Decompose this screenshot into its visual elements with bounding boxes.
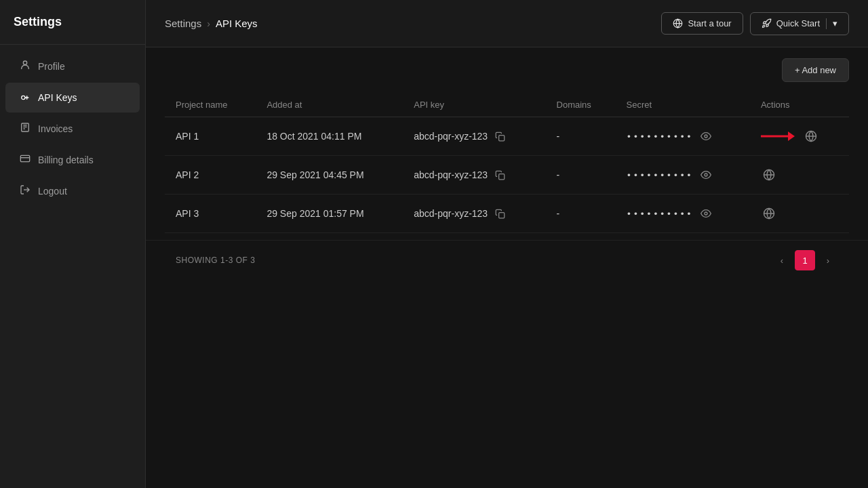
sidebar-item-label-billing: Billing details (38, 155, 94, 165)
globe-small-icon (673, 18, 683, 28)
svg-point-1 (22, 96, 25, 99)
profile-icon (19, 60, 31, 73)
svg-point-11 (705, 135, 707, 138)
add-new-button[interactable]: + Add new (782, 58, 849, 82)
main-area: Settings › API Keys Start a tour Quick S… (146, 0, 868, 488)
content-area: + Add new Project name Added at API key … (146, 47, 868, 488)
table-body: API 1 18 Oct 2021 04:11 PM abcd-pqr-xyz-… (165, 117, 849, 233)
table-row: API 1 18 Oct 2021 04:11 PM abcd-pqr-xyz-… (165, 117, 849, 156)
pagination-row: SHOWING 1-3 OF 3 ‹ 1 › (146, 240, 868, 280)
globe-action-button[interactable] (761, 167, 777, 183)
copy-api-key-button[interactable] (493, 168, 507, 182)
reveal-secret-button[interactable] (698, 129, 713, 144)
red-arrow (761, 129, 795, 143)
api-keys-icon (19, 91, 31, 104)
top-header: Settings › API Keys Start a tour Quick S… (146, 0, 868, 47)
api-keys-table: Project name Added at API key Domains Se… (165, 93, 849, 233)
sidebar-item-logout[interactable]: Logout (5, 176, 140, 206)
cell-secret: •••••••••• (616, 195, 750, 233)
cell-actions (750, 117, 849, 156)
svg-rect-16 (499, 212, 505, 218)
sidebar-item-api-keys[interactable]: API Keys (5, 83, 140, 113)
cell-api-key: abcd-pqr-xyz-123 (403, 117, 545, 156)
reveal-secret-button[interactable] (698, 167, 713, 182)
sidebar-item-invoices[interactable]: Invoices (5, 114, 140, 144)
copy-api-key-button[interactable] (493, 207, 507, 221)
col-added-at: Added at (256, 93, 403, 117)
quick-start-chevron: ▾ (833, 18, 837, 28)
cell-actions (750, 156, 849, 195)
copy-icon (495, 131, 505, 142)
cell-project-name: API 3 (165, 195, 256, 233)
eye-icon (701, 208, 711, 219)
breadcrumb-current: API Keys (216, 18, 258, 29)
secret-value: •••••••••• (627, 209, 693, 219)
col-secret: Secret (616, 93, 750, 117)
pagination-next[interactable]: › (818, 250, 838, 270)
pagination-page-1[interactable]: 1 (795, 250, 815, 270)
start-tour-button[interactable]: Start a tour (661, 12, 743, 35)
api-key-value: abcd-pqr-xyz-123 (414, 131, 488, 142)
pagination-prev[interactable]: ‹ (772, 250, 792, 270)
sidebar-item-profile[interactable]: Profile (5, 52, 140, 81)
copy-icon (495, 209, 505, 219)
sidebar: Settings Profile API Keys (0, 0, 146, 488)
reveal-secret-button[interactable] (698, 206, 713, 221)
api-key-value: abcd-pqr-xyz-123 (414, 208, 488, 219)
svg-rect-10 (499, 135, 505, 140)
quick-start-label: Quick Start (776, 18, 820, 28)
api-key-value: abcd-pqr-xyz-123 (414, 169, 488, 180)
globe-icon (763, 169, 775, 181)
cell-secret: •••••••••• (616, 117, 750, 156)
globe-action-button[interactable] (803, 128, 819, 144)
globe-icon (805, 130, 817, 142)
eye-icon (701, 131, 711, 142)
quick-start-button[interactable]: Quick Start ▾ (750, 12, 849, 35)
cell-domains: - (546, 156, 616, 195)
logout-icon (19, 184, 31, 198)
col-project-name: Project name (165, 93, 256, 117)
copy-icon (495, 170, 505, 180)
table-container: Project name Added at API key Domains Se… (146, 93, 868, 233)
table-row: API 2 29 Sep 2021 04:45 PM abcd-pqr-xyz-… (165, 156, 849, 195)
secret-value: •••••••••• (627, 170, 693, 180)
col-domains: Domains (546, 93, 616, 117)
add-new-label: + Add new (795, 65, 836, 75)
sidebar-item-label-api-keys: API Keys (38, 92, 77, 103)
cell-secret: •••••••••• (616, 156, 750, 195)
cell-api-key: abcd-pqr-xyz-123 (403, 195, 545, 233)
pagination-controls: ‹ 1 › (772, 250, 838, 270)
app-layout: Settings Profile API Keys (0, 0, 868, 488)
col-api-key: API key (403, 93, 545, 117)
globe-icon (763, 207, 775, 220)
billing-icon (19, 153, 31, 167)
col-actions: Actions (750, 93, 849, 117)
copy-api-key-button[interactable] (493, 129, 507, 144)
sidebar-item-label-invoices: Invoices (38, 123, 73, 134)
cell-api-key: abcd-pqr-xyz-123 (403, 156, 545, 195)
svg-rect-13 (499, 174, 505, 179)
cell-added-at: 18 Oct 2021 04:11 PM (256, 117, 403, 156)
cell-added-at: 29 Sep 2021 04:45 PM (256, 156, 403, 195)
rocket-icon (762, 18, 772, 28)
breadcrumb-settings[interactable]: Settings (165, 18, 201, 29)
header-actions: Start a tour Quick Start ▾ (661, 12, 849, 35)
secret-value: •••••••••• (627, 131, 693, 142)
cell-added-at: 29 Sep 2021 01:57 PM (256, 195, 403, 233)
svg-point-17 (705, 212, 707, 215)
globe-action-button[interactable] (761, 205, 777, 222)
eye-icon (701, 169, 711, 180)
table-header: Project name Added at API key Domains Se… (165, 93, 849, 117)
svg-point-0 (23, 61, 26, 64)
arrow-annotation (761, 129, 795, 143)
start-tour-label: Start a tour (688, 18, 731, 28)
cell-domains: - (546, 117, 616, 156)
breadcrumb: Settings › API Keys (165, 18, 258, 29)
cell-project-name: API 2 (165, 156, 256, 195)
btn-divider (826, 18, 827, 29)
pagination-showing: SHOWING 1-3 OF 3 (176, 256, 255, 265)
svg-point-14 (705, 174, 707, 176)
cell-actions (750, 195, 849, 233)
sidebar-nav: Profile API Keys Invoices (0, 45, 145, 213)
sidebar-item-billing[interactable]: Billing details (5, 145, 140, 175)
